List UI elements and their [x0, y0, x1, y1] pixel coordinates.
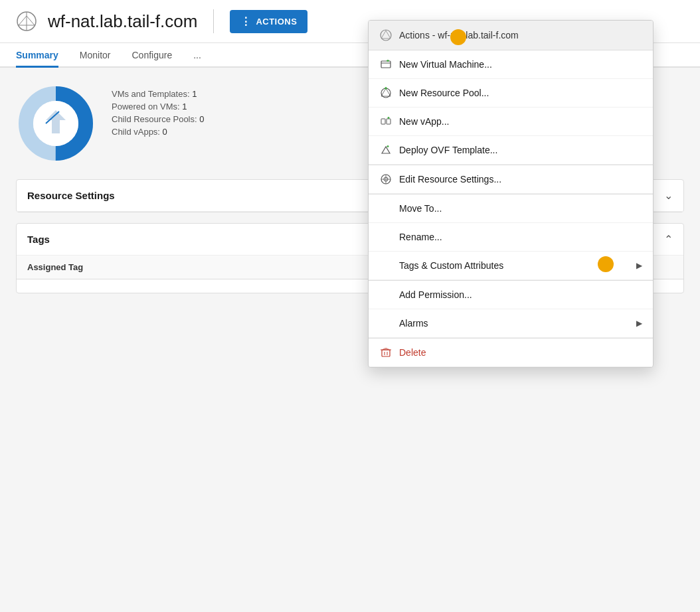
menu-item-new-pool[interactable]: New Resource Pool...	[369, 79, 653, 108]
stat-powered-on: Powered on VMs: 1	[112, 102, 204, 112]
alarms-submenu-arrow-icon: ▶	[636, 319, 642, 328]
menu-item-deploy-ovf-label: Deploy OVF Template...	[399, 145, 497, 155]
alarms-left: Alarms	[379, 317, 428, 330]
vapp-add-icon	[379, 115, 393, 128]
pool-add-icon	[379, 86, 393, 100]
menu-item-delete-label: Delete	[399, 347, 426, 358]
svg-rect-6	[381, 61, 391, 68]
chevron-down-icon: ⌄	[664, 189, 673, 202]
menu-item-new-vm-label: New Virtual Machine...	[399, 59, 492, 70]
menu-item-tags-custom-label: Tags & Custom Attributes	[399, 260, 503, 271]
tags-custom-spacer	[379, 259, 393, 272]
ovf-icon	[379, 143, 393, 157]
svg-point-5	[381, 30, 391, 40]
menu-item-edit-resource[interactable]: Edit Resource Settings...	[369, 165, 653, 194]
move-to-spacer	[379, 202, 393, 215]
actions-button[interactable]: ⋮ ACTIONS	[230, 10, 307, 33]
menu-item-alarms[interactable]: Alarms ▶	[369, 309, 653, 338]
menu-item-rename[interactable]: Rename...	[369, 223, 653, 252]
dropdown-menu: Actions - wf-nat.lab.tail-f.com New Virt…	[368, 20, 654, 368]
dots-icon: ⋮	[240, 15, 252, 28]
edit-resource-icon	[379, 173, 393, 186]
tab-summary[interactable]: Summary	[16, 43, 58, 68]
alarms-spacer	[379, 317, 393, 330]
svg-rect-23	[382, 350, 390, 356]
host-menu-icon	[379, 29, 393, 42]
stat-child-pools: Child Resource Pools: 0	[112, 114, 204, 124]
tab-monitor[interactable]: Monitor	[80, 43, 111, 68]
menu-item-edit-resource-label: Edit Resource Settings...	[399, 174, 501, 185]
menu-item-alarms-label: Alarms	[399, 318, 428, 329]
menu-item-tags-custom[interactable]: Tags & Custom Attributes ▶	[369, 252, 653, 280]
tags-custom-left: Tags & Custom Attributes	[379, 259, 503, 272]
col-assigned-tag: Assigned Tag	[17, 256, 395, 279]
page-title: wf-nat.lab.tail-f.com	[48, 11, 197, 32]
menu-item-add-permission[interactable]: Add Permission...	[369, 280, 653, 309]
tab-configure[interactable]: Configure	[132, 43, 173, 68]
permission-spacer	[379, 288, 393, 301]
menu-item-deploy-ovf[interactable]: Deploy OVF Template...	[369, 136, 653, 165]
donut-chart	[16, 84, 96, 163]
stat-child-vapps: Child vApps: 0	[112, 127, 204, 137]
menu-item-new-pool-label: New Resource Pool...	[399, 88, 489, 98]
delete-icon	[379, 346, 393, 359]
summary-stats: VMs and Templates: 1 Powered on VMs: 1 C…	[112, 84, 204, 137]
menu-item-new-vapp[interactable]: New vApp...	[369, 108, 653, 136]
svg-rect-14	[387, 119, 391, 124]
submenu-arrow-icon: ▶	[636, 261, 642, 270]
header-separator	[213, 9, 214, 33]
vm-add-icon	[379, 58, 393, 71]
stat-vms-templates: VMs and Templates: 1	[112, 89, 204, 99]
menu-header: Actions - wf-nat.lab.tail-f.com	[369, 21, 653, 50]
actions-label: ACTIONS	[256, 17, 297, 27]
menu-item-delete[interactable]: Delete	[369, 338, 653, 367]
svg-rect-13	[381, 119, 385, 124]
menu-item-new-vm[interactable]: New Virtual Machine...	[369, 50, 653, 79]
tab-more[interactable]: ...	[193, 43, 201, 68]
menu-item-move-to[interactable]: Move To...	[369, 194, 653, 223]
rename-spacer	[379, 230, 393, 244]
tags-title: Tags	[27, 234, 50, 245]
menu-header-label: Actions - wf-nat.lab.tail-f.com	[399, 30, 519, 40]
menu-item-rename-label: Rename...	[399, 232, 442, 242]
chevron-up-icon: ⌃	[664, 233, 673, 246]
menu-item-move-to-label: Move To...	[399, 203, 442, 214]
menu-item-new-vapp-label: New vApp...	[399, 116, 449, 127]
resource-settings-title: Resource Settings	[27, 190, 115, 201]
host-icon	[16, 11, 37, 32]
menu-item-add-permission-label: Add Permission...	[399, 289, 472, 300]
